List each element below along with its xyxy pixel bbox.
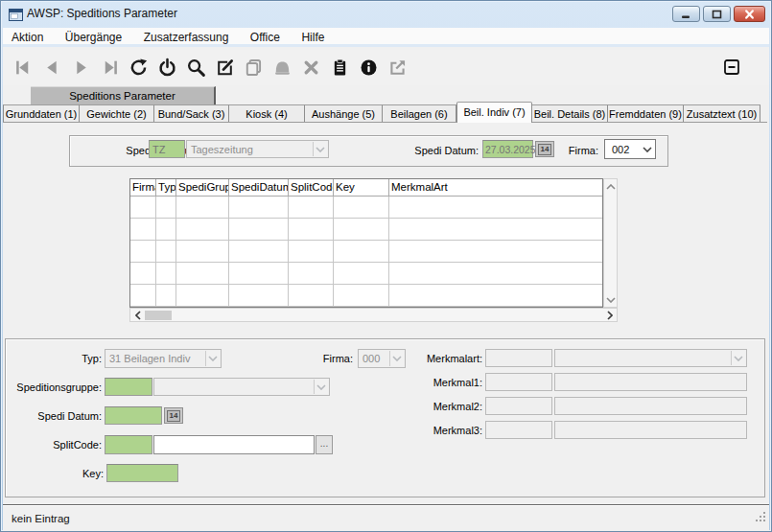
results-table: Firma Typ SpediGrup SpediDatum SplitCode… — [129, 178, 618, 322]
first-record-button[interactable] — [12, 57, 34, 78]
firma-value: 002 — [612, 144, 629, 155]
speditionsgruppe-name-value: Tageszeitung — [191, 144, 253, 155]
speditionsgruppe-name-combo: Tageszeitung — [186, 140, 329, 158]
collapse-button[interactable] — [721, 57, 742, 78]
tab-aushaenge[interactable]: Aushänge (5) — [305, 104, 383, 123]
scroll-up-icon[interactable] — [604, 180, 617, 193]
key-label: Key: — [8, 468, 104, 479]
menu-bar: Aktion Übergänge Zusatzerfassung Office … — [3, 28, 769, 47]
copy-icon — [244, 58, 264, 78]
close-button[interactable] — [734, 6, 765, 22]
status-bar: kein Eintrag — [3, 507, 769, 531]
tab-beilagen[interactable]: Beilagen (6) — [383, 104, 456, 123]
column-header-typ[interactable]: Typ — [156, 179, 176, 196]
minimize-icon — [679, 9, 693, 20]
client-area: Aktion Übergänge Zusatzerfassung Office … — [3, 28, 769, 531]
merkmal1-value-field — [554, 373, 747, 391]
tab-bund-sack[interactable]: Bund/Sack (3) — [154, 104, 229, 123]
scrollbar-thumb[interactable] — [145, 311, 172, 320]
detail-groupbox: Typ: 31 Beilagen Indiv Firma: 000 Merkma… — [5, 338, 765, 497]
merkmalart-code-field — [485, 349, 552, 367]
tab-beil-details[interactable]: Beil. Details (8) — [532, 104, 608, 123]
search-icon — [186, 58, 206, 78]
collapse-icon — [722, 58, 741, 77]
refresh-button[interactable] — [128, 57, 149, 78]
last-record-button[interactable] — [99, 57, 120, 78]
tab-gewichte[interactable]: Gewichte (2) — [80, 104, 154, 123]
refresh-icon — [129, 58, 149, 78]
next-record-button[interactable] — [70, 57, 91, 78]
share-button[interactable] — [386, 57, 408, 78]
delete-icon — [301, 58, 321, 78]
column-header-merkmalart[interactable]: MerkmalArt — [389, 179, 602, 196]
firma-combo[interactable]: 002 — [604, 139, 656, 159]
title-bar[interactable]: AWSP: Speditions Parameter — [1, 1, 771, 28]
chevron-down-icon — [640, 141, 654, 157]
scroll-down-icon[interactable] — [604, 293, 617, 306]
maximize-button[interactable] — [703, 6, 731, 22]
splitcode-browse-button[interactable]: ... — [316, 435, 333, 454]
scroll-right-icon[interactable] — [603, 309, 616, 321]
resize-grip[interactable] — [756, 509, 766, 526]
delete-button[interactable] — [300, 57, 321, 78]
scroll-left-icon[interactable] — [131, 309, 144, 321]
chevron-down-icon — [731, 351, 745, 365]
vertical-scrollbar[interactable] — [603, 178, 618, 308]
detail-calendar-button[interactable]: 14 — [164, 407, 183, 424]
splitcode-input[interactable] — [105, 435, 152, 454]
search-button[interactable] — [185, 57, 206, 78]
column-header-splitcode[interactable]: SplitCode — [289, 179, 334, 196]
detail-speditionsgruppe-input[interactable] — [105, 378, 152, 396]
horizontal-scrollbar[interactable] — [129, 308, 618, 322]
merkmal3-code-field — [485, 421, 552, 439]
tab-zusatztext[interactable]: Zusatztext (10) — [684, 104, 760, 123]
column-header-spedidatum[interactable]: SpediDatum — [229, 179, 289, 196]
header-tab-speditions-parameter[interactable]: Speditions Parameter — [31, 86, 216, 104]
toolbar — [3, 50, 769, 85]
info-button[interactable] — [358, 57, 379, 78]
key-input[interactable] — [106, 464, 178, 482]
merkmal2-code-field — [485, 397, 552, 415]
tab-kiosk[interactable]: Kiosk (4) — [229, 104, 305, 123]
share-icon — [387, 58, 408, 78]
power-icon — [157, 58, 177, 78]
table-grid: Firma Typ SpediGrup SpediDatum SplitCode… — [129, 178, 603, 308]
tab-beil-indiv[interactable]: Beil. Indiv (7) — [456, 102, 532, 123]
column-header-key[interactable]: Key — [334, 179, 389, 196]
app-icon — [9, 8, 23, 25]
previous-record-button[interactable] — [41, 57, 62, 78]
menu-aktion[interactable]: Aktion — [3, 28, 52, 47]
splitcode-name-field[interactable] — [153, 435, 315, 454]
table-row — [130, 219, 602, 241]
menu-zusatzerfassung[interactable]: Zusatzerfassung — [135, 28, 238, 47]
merkmal3-label: Merkmal3: — [386, 425, 482, 436]
tab-fremddaten[interactable]: Fremddaten (9) — [608, 104, 684, 123]
menu-office[interactable]: Office — [242, 28, 289, 47]
table-row — [130, 263, 602, 285]
app-window: AWSP: Speditions Parameter Aktion Übergä… — [0, 0, 772, 532]
copy-button[interactable] — [243, 57, 264, 78]
close-icon — [742, 9, 757, 20]
menu-uebergaenge[interactable]: Übergänge — [57, 28, 130, 47]
column-header-spedigrup[interactable]: SpediGrup — [176, 179, 229, 196]
column-header-firma[interactable]: Firma — [130, 179, 156, 196]
merkmalart-label: Merkmalart: — [386, 353, 482, 364]
calendar-icon: 14 — [167, 410, 180, 422]
calendar-button[interactable]: 14 — [535, 141, 554, 157]
power-button[interactable] — [156, 57, 177, 78]
detail-spedi-datum-input[interactable] — [105, 406, 162, 425]
minimize-button[interactable] — [672, 6, 700, 22]
info-icon — [359, 58, 379, 78]
merkmal2-value-field — [554, 397, 747, 415]
speditionsgruppe-code-input[interactable]: TZ — [149, 140, 185, 158]
bell-icon — [272, 58, 292, 78]
bell-button[interactable] — [271, 57, 292, 78]
spedi-datum-input[interactable]: 27.03.2025 — [482, 140, 533, 158]
typ-combo: 31 Beilagen Indiv — [105, 349, 222, 368]
clipboard-button[interactable] — [329, 57, 350, 78]
maximize-icon — [710, 9, 724, 20]
edit-button[interactable] — [214, 57, 235, 78]
tab-grunddaten[interactable]: Grunddaten (1) — [3, 104, 80, 123]
menu-hilfe[interactable]: Hilfe — [292, 28, 333, 47]
previous-record-icon — [42, 58, 62, 78]
